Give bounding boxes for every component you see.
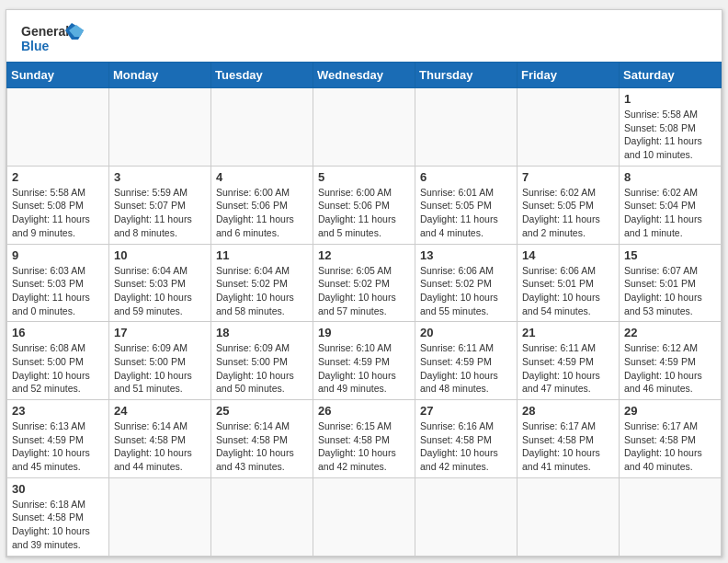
day-info: Sunrise: 6:02 AM Sunset: 5:05 PM Dayligh… (522, 186, 614, 240)
day-cell: 16Sunrise: 6:08 AM Sunset: 5:00 PM Dayli… (7, 322, 109, 400)
week-row-4: 16Sunrise: 6:08 AM Sunset: 5:00 PM Dayli… (7, 322, 722, 400)
day-number: 19 (318, 326, 410, 339)
day-info: Sunrise: 6:17 AM Sunset: 4:58 PM Dayligh… (522, 419, 614, 474)
day-info: Sunrise: 6:00 AM Sunset: 5:06 PM Dayligh… (216, 186, 308, 240)
day-info: Sunrise: 5:59 AM Sunset: 5:07 PM Dayligh… (114, 186, 206, 240)
week-row-5: 23Sunrise: 6:13 AM Sunset: 4:59 PM Dayli… (7, 400, 722, 478)
day-cell (211, 477, 313, 556)
day-number: 15 (624, 248, 716, 262)
col-header-sunday: Sunday (7, 63, 109, 88)
day-number: 8 (624, 170, 716, 184)
day-info: Sunrise: 6:15 AM Sunset: 4:58 PM Dayligh… (318, 419, 410, 474)
day-cell: 2Sunrise: 5:58 AM Sunset: 5:08 PM Daylig… (7, 166, 109, 244)
day-number: 17 (114, 326, 206, 339)
day-cell: 28Sunrise: 6:17 AM Sunset: 4:58 PM Dayli… (518, 400, 620, 478)
col-header-wednesday: Wednesday (313, 63, 415, 88)
day-info: Sunrise: 6:06 AM Sunset: 5:01 PM Dayligh… (522, 264, 614, 318)
day-cell: 21Sunrise: 6:11 AM Sunset: 4:59 PM Dayli… (518, 322, 620, 400)
day-cell (620, 477, 722, 556)
day-cell: 30Sunrise: 6:18 AM Sunset: 4:58 PM Dayli… (7, 477, 109, 556)
day-info: Sunrise: 5:58 AM Sunset: 5:08 PM Dayligh… (624, 108, 716, 162)
day-info: Sunrise: 6:06 AM Sunset: 5:02 PM Dayligh… (420, 264, 512, 318)
day-number: 3 (114, 170, 206, 184)
day-cell (518, 88, 620, 167)
day-cell: 22Sunrise: 6:12 AM Sunset: 4:59 PM Dayli… (620, 322, 722, 400)
day-cell: 25Sunrise: 6:14 AM Sunset: 4:58 PM Dayli… (211, 400, 313, 478)
day-cell: 29Sunrise: 6:17 AM Sunset: 4:58 PM Dayli… (620, 400, 722, 478)
day-info: Sunrise: 6:09 AM Sunset: 5:00 PM Dayligh… (114, 341, 206, 396)
day-number: 20 (420, 326, 512, 339)
day-cell: 8Sunrise: 6:02 AM Sunset: 5:04 PM Daylig… (620, 166, 722, 244)
day-info: Sunrise: 6:14 AM Sunset: 4:58 PM Dayligh… (216, 419, 308, 474)
day-info: Sunrise: 6:11 AM Sunset: 4:59 PM Dayligh… (522, 341, 614, 396)
col-header-monday: Monday (109, 63, 211, 88)
day-cell: 6Sunrise: 6:01 AM Sunset: 5:05 PM Daylig… (415, 166, 518, 244)
day-cell (109, 477, 211, 556)
day-cell (211, 88, 313, 167)
day-number: 23 (12, 404, 104, 418)
day-info: Sunrise: 6:00 AM Sunset: 5:06 PM Dayligh… (318, 186, 410, 240)
day-info: Sunrise: 6:17 AM Sunset: 4:58 PM Dayligh… (624, 419, 716, 474)
day-cell: 17Sunrise: 6:09 AM Sunset: 5:00 PM Dayli… (109, 322, 211, 400)
day-number: 4 (216, 170, 308, 184)
day-cell: 4Sunrise: 6:00 AM Sunset: 5:06 PM Daylig… (211, 166, 313, 244)
day-number: 9 (12, 248, 104, 262)
day-info: Sunrise: 6:03 AM Sunset: 5:03 PM Dayligh… (12, 264, 104, 318)
svg-text:Blue: Blue (21, 39, 50, 53)
day-info: Sunrise: 5:58 AM Sunset: 5:08 PM Dayligh… (12, 186, 104, 240)
logo-icon: GeneralBlue (21, 21, 85, 54)
day-cell: 11Sunrise: 6:04 AM Sunset: 5:02 PM Dayli… (211, 244, 313, 322)
col-header-tuesday: Tuesday (211, 63, 313, 88)
day-info: Sunrise: 6:07 AM Sunset: 5:01 PM Dayligh… (624, 264, 716, 318)
svg-text:General: General (21, 24, 69, 39)
day-cell: 7Sunrise: 6:02 AM Sunset: 5:05 PM Daylig… (518, 166, 620, 244)
day-cell: 14Sunrise: 6:06 AM Sunset: 5:01 PM Dayli… (518, 244, 620, 322)
day-number: 7 (522, 170, 614, 184)
calendar-wrapper: GeneralBlue SundayMondayTuesdayWednesday… (6, 9, 722, 557)
day-info: Sunrise: 6:05 AM Sunset: 5:02 PM Dayligh… (318, 264, 410, 318)
day-info: Sunrise: 6:14 AM Sunset: 4:58 PM Dayligh… (114, 419, 206, 474)
day-number: 5 (318, 170, 410, 184)
day-cell: 20Sunrise: 6:11 AM Sunset: 4:59 PM Dayli… (415, 322, 518, 400)
day-number: 28 (522, 404, 614, 418)
col-header-friday: Friday (518, 63, 620, 88)
day-info: Sunrise: 6:12 AM Sunset: 4:59 PM Dayligh… (624, 341, 716, 396)
calendar-table: SundayMondayTuesdayWednesdayThursdayFrid… (6, 62, 722, 557)
day-info: Sunrise: 6:02 AM Sunset: 5:04 PM Dayligh… (624, 186, 716, 240)
header: GeneralBlue (6, 10, 722, 62)
week-row-6: 30Sunrise: 6:18 AM Sunset: 4:58 PM Dayli… (7, 477, 722, 556)
day-info: Sunrise: 6:18 AM Sunset: 4:58 PM Dayligh… (12, 498, 104, 552)
day-cell (415, 477, 518, 556)
day-info: Sunrise: 6:01 AM Sunset: 5:05 PM Dayligh… (420, 186, 512, 240)
day-cell (518, 477, 620, 556)
day-cell (7, 88, 109, 167)
week-row-3: 9Sunrise: 6:03 AM Sunset: 5:03 PM Daylig… (7, 244, 722, 322)
logo: GeneralBlue (21, 21, 85, 54)
day-info: Sunrise: 6:16 AM Sunset: 4:58 PM Dayligh… (420, 419, 512, 474)
col-header-thursday: Thursday (415, 63, 518, 88)
day-number: 2 (12, 170, 104, 184)
day-number: 30 (12, 482, 104, 496)
day-number: 1 (624, 92, 716, 106)
day-cell: 12Sunrise: 6:05 AM Sunset: 5:02 PM Dayli… (313, 244, 415, 322)
day-cell: 1Sunrise: 5:58 AM Sunset: 5:08 PM Daylig… (620, 88, 722, 167)
day-number: 12 (318, 248, 410, 262)
day-cell: 13Sunrise: 6:06 AM Sunset: 5:02 PM Dayli… (415, 244, 518, 322)
day-number: 25 (216, 404, 308, 418)
day-info: Sunrise: 6:04 AM Sunset: 5:03 PM Dayligh… (114, 264, 206, 318)
day-cell (415, 88, 518, 167)
day-cell: 18Sunrise: 6:09 AM Sunset: 5:00 PM Dayli… (211, 322, 313, 400)
day-cell: 3Sunrise: 5:59 AM Sunset: 5:07 PM Daylig… (109, 166, 211, 244)
day-number: 6 (420, 170, 512, 184)
day-info: Sunrise: 6:13 AM Sunset: 4:59 PM Dayligh… (12, 419, 104, 474)
day-number: 21 (522, 326, 614, 339)
day-cell (313, 477, 415, 556)
day-number: 27 (420, 404, 512, 418)
day-cell: 24Sunrise: 6:14 AM Sunset: 4:58 PM Dayli… (109, 400, 211, 478)
header-row: SundayMondayTuesdayWednesdayThursdayFrid… (7, 63, 722, 88)
week-row-2: 2Sunrise: 5:58 AM Sunset: 5:08 PM Daylig… (7, 166, 722, 244)
day-number: 14 (522, 248, 614, 262)
day-cell: 27Sunrise: 6:16 AM Sunset: 4:58 PM Dayli… (415, 400, 518, 478)
day-info: Sunrise: 6:08 AM Sunset: 5:00 PM Dayligh… (12, 341, 104, 396)
day-number: 11 (216, 248, 308, 262)
